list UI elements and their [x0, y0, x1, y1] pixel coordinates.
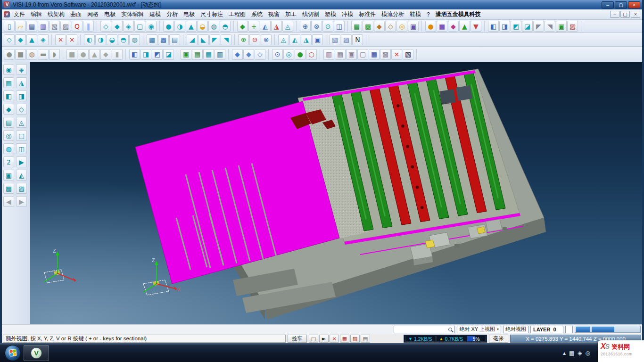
- layers-icon[interactable]: ▤: [3, 117, 14, 128]
- block-icon[interactable]: ▣: [408, 21, 419, 32]
- cursor-icon[interactable]: ►: [319, 335, 329, 343]
- menu-item[interactable]: 塑模: [322, 9, 339, 19]
- half-sphere-icon[interactable]: ◑: [174, 21, 185, 32]
- cone-lite-icon[interactable]: ▲: [89, 49, 100, 60]
- menu-item[interactable]: 文件: [11, 9, 28, 19]
- split-view-icon[interactable]: ‖: [83, 21, 94, 32]
- corner-se-icon[interactable]: ◥: [221, 34, 231, 45]
- grid-edit-icon[interactable]: ▦: [340, 335, 349, 343]
- layer-color-box[interactable]: [565, 326, 573, 333]
- start-button[interactable]: [5, 345, 21, 361]
- list-icon[interactable]: ▤: [361, 335, 370, 343]
- viewport-3d[interactable]: Z Z X: [30, 62, 642, 324]
- tray-volume-icon[interactable]: ◎: [586, 350, 590, 356]
- grid-icon[interactable]: ▩: [363, 21, 373, 32]
- mask-icon[interactable]: ◬: [16, 117, 27, 128]
- hatch-fill-icon[interactable]: ▨: [16, 183, 27, 194]
- layer-grid-icon[interactable]: ▤: [169, 34, 180, 45]
- close-red-icon[interactable]: ×: [391, 49, 402, 60]
- half-left-icon[interactable]: ◧: [129, 49, 140, 60]
- cut-icon[interactable]: ◮: [271, 21, 282, 32]
- plane-grid-icon[interactable]: ▦: [147, 34, 157, 45]
- menu-item[interactable]: 尺寸标注: [198, 9, 226, 19]
- prism-icon[interactable]: ◬: [278, 34, 289, 45]
- fillet-icon[interactable]: ◐: [84, 34, 95, 45]
- mdi-close-button[interactable]: ×: [631, 11, 640, 18]
- menu-item[interactable]: 线切割: [299, 9, 322, 19]
- curve-icon[interactable]: ◈: [38, 34, 49, 45]
- dynamic-rotate-icon[interactable]: ◨: [16, 90, 27, 101]
- absolute-view-combo[interactable]: 绝对视图: [503, 326, 528, 333]
- half-cyl-gray-icon[interactable]: ◗: [49, 49, 60, 60]
- zoom-fit-icon[interactable]: ▣: [556, 21, 567, 32]
- pyramid-icon[interactable]: ◮: [301, 34, 312, 45]
- dot-green-icon[interactable]: ●: [295, 49, 305, 60]
- tray-network-icon[interactable]: ◈: [578, 350, 582, 356]
- add-body-icon[interactable]: +: [248, 21, 259, 32]
- pin-lite-icon[interactable]: ▮: [112, 49, 123, 60]
- material-icon[interactable]: ■: [437, 21, 447, 32]
- bar-gray-icon[interactable]: ▬: [38, 49, 49, 60]
- rotate-view-icon[interactable]: ◤: [533, 21, 544, 32]
- shell-icon[interactable]: ◫: [334, 21, 345, 32]
- menu-item[interactable]: 编辑: [28, 9, 45, 19]
- surface-icon[interactable]: ◈: [123, 21, 134, 32]
- back-icon[interactable]: ◀: [3, 196, 14, 207]
- chamfer-icon[interactable]: ◑: [95, 34, 106, 45]
- sketch-icon[interactable]: ◇: [4, 34, 15, 45]
- corner-sw-icon[interactable]: ◤: [209, 34, 220, 45]
- view-search-input[interactable]: [394, 327, 448, 332]
- pan-view-icon[interactable]: ◥: [545, 21, 555, 32]
- ring-icon[interactable]: ◎: [283, 49, 294, 60]
- boolean-union-icon[interactable]: ⊕: [300, 21, 311, 32]
- pattern-icon[interactable]: ▨: [341, 34, 352, 45]
- view-top-icon[interactable]: ◧: [488, 21, 499, 32]
- close-button[interactable]: ×: [628, 1, 640, 8]
- mask-edit-icon[interactable]: ▨: [350, 335, 360, 343]
- minimize-button[interactable]: –: [602, 1, 614, 8]
- layer-selector[interactable]: LAYER_0: [530, 326, 563, 333]
- mdi-child-icon[interactable]: V: [4, 11, 10, 17]
- menu-item[interactable]: 工程图: [226, 9, 248, 19]
- view-orientation-combo[interactable]: 绝对 XY 上视图▾: [457, 326, 501, 333]
- menu-item[interactable]: 冲模: [339, 9, 356, 19]
- half-bottom-icon[interactable]: ◪: [163, 49, 174, 60]
- view-iso-icon[interactable]: ◪: [522, 21, 533, 32]
- delete-icon[interactable]: ×: [330, 335, 339, 343]
- grid-blue-icon[interactable]: ▦: [369, 49, 380, 60]
- zoom-scale-icon[interactable]: ◈: [16, 64, 27, 75]
- flag-icon[interactable]: ▶: [16, 156, 27, 167]
- delete-red-icon[interactable]: ×: [55, 34, 66, 45]
- print-icon[interactable]: ▧: [49, 21, 60, 32]
- ball-lite-icon[interactable]: ●: [78, 49, 89, 60]
- section-icon[interactable]: ▧: [330, 34, 340, 45]
- cube-blue-3-icon[interactable]: ◇: [255, 49, 265, 60]
- world-icon[interactable]: ◍: [3, 143, 14, 154]
- edge-icon[interactable]: ◇: [385, 21, 396, 32]
- sweep-icon[interactable]: ◬: [282, 21, 293, 32]
- mdi-restore-button[interactable]: ▢: [620, 11, 630, 18]
- extrude-icon[interactable]: ◆: [237, 21, 248, 32]
- insert-icon[interactable]: ▣: [181, 49, 191, 60]
- cube-gray-icon[interactable]: ■: [15, 49, 26, 60]
- boolean-intersect-icon[interactable]: ⊙: [322, 21, 333, 32]
- half-right-icon[interactable]: ◨: [140, 49, 151, 60]
- menu-item[interactable]: 电极: [101, 9, 118, 19]
- add-green-icon[interactable]: ⊕: [238, 34, 249, 45]
- menu-item[interactable]: 网格: [84, 9, 101, 19]
- select-box-icon[interactable]: ▢: [309, 335, 318, 343]
- cone-icon[interactable]: ▲: [186, 21, 197, 32]
- disc-gray-icon[interactable]: ◍: [26, 49, 37, 60]
- forward-icon[interactable]: ▶: [16, 196, 27, 207]
- hatch-icon[interactable]: ▩: [158, 34, 169, 45]
- draw-icon[interactable]: ◮: [16, 77, 27, 88]
- visibility-icon[interactable]: ◎: [3, 130, 14, 141]
- frame-icon[interactable]: ▢: [357, 49, 368, 60]
- remove-red-icon[interactable]: ⊖: [249, 34, 260, 45]
- cols-icon[interactable]: ▥: [215, 49, 225, 60]
- corner-nw-icon[interactable]: ◢: [187, 34, 198, 45]
- color-icon[interactable]: ◆: [448, 21, 459, 32]
- combine-icon[interactable]: ⊗: [261, 34, 272, 45]
- measure-icon[interactable]: ▲: [459, 21, 470, 32]
- menu-item[interactable]: 分析: [164, 9, 181, 19]
